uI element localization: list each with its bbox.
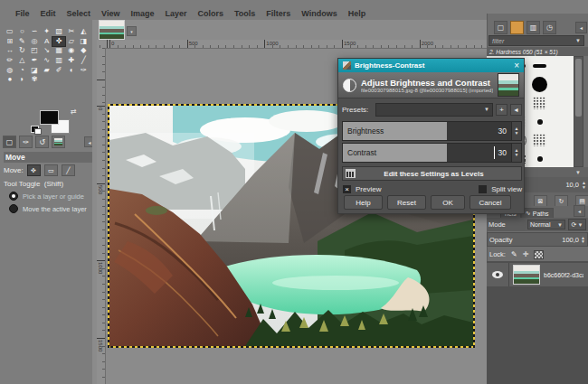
brush-thumbnail[interactable]	[550, 113, 571, 132]
image-tab-dropdown[interactable]: ▾	[127, 26, 137, 36]
menu-item[interactable]: Tools	[233, 7, 256, 20]
spacing-value[interactable]: 10,0	[565, 181, 579, 189]
radio-option[interactable]: Pick a layer or guide	[9, 192, 87, 201]
tool-icon[interactable]: ◪	[28, 65, 41, 75]
brush-scrollbar[interactable]	[574, 56, 583, 167]
tool-icon[interactable]: ◎	[28, 37, 41, 47]
brush-thumbnail[interactable]	[550, 76, 571, 95]
tool-icon[interactable]: ↻	[16, 46, 29, 56]
dialog-button[interactable]: Help	[344, 195, 383, 210]
tool-icon[interactable]: ✒	[28, 56, 41, 66]
spin-down-icon[interactable]: ▼	[581, 239, 585, 244]
tool-icon[interactable]: ◆	[78, 46, 90, 56]
tool-icon[interactable]: ◍	[4, 65, 16, 75]
brightness-slider-body[interactable]: Brightness 30	[343, 122, 511, 140]
tool-icon[interactable]: ◭	[78, 27, 90, 37]
move-selection-button[interactable]: ▭	[44, 164, 58, 176]
tool-icon[interactable]: ⊞	[4, 37, 16, 47]
tool-icon[interactable]: ◔	[16, 65, 29, 75]
menu-item[interactable]: Colors	[196, 7, 224, 20]
swap-colors-icon[interactable]: ⇄	[71, 108, 77, 116]
visibility-cell[interactable]	[487, 263, 509, 286]
menu-item[interactable]: Layer	[164, 7, 187, 20]
tool-icon[interactable]: ▱	[65, 37, 78, 47]
tool-icon[interactable]: ✚	[65, 56, 78, 66]
menu-item[interactable]: View	[100, 7, 120, 20]
menu-item[interactable]: Filters	[265, 7, 291, 20]
menu-item[interactable]: Select	[66, 7, 92, 20]
move-layer-button[interactable]: ✜	[27, 164, 41, 176]
mode-switch-button[interactable]: ⟳ ▼	[568, 219, 586, 230]
gradients-tab-icon[interactable]: ▥	[526, 21, 540, 34]
brush-thumbnail[interactable]	[550, 150, 571, 168]
image-tab-thumbnail[interactable]	[99, 20, 125, 40]
tool-icon[interactable]: ◰	[28, 46, 41, 56]
dialog-button[interactable]: OK	[431, 195, 465, 210]
tool-icon[interactable]: ○	[16, 27, 29, 37]
contrast-spinner[interactable]: ▲▼	[511, 144, 521, 162]
scrollbar-thumb[interactable]	[575, 59, 582, 117]
tool-icon[interactable]: A	[41, 37, 53, 47]
tool-icon[interactable]: ╱	[78, 56, 90, 66]
split-view-checkbox[interactable]	[478, 184, 488, 194]
brush-thumbnail[interactable]	[529, 131, 550, 150]
reset-colors-icon[interactable]	[31, 126, 39, 133]
brush-filter-input[interactable]: filter ▼	[488, 35, 584, 46]
tool-icon[interactable]: △	[16, 56, 29, 66]
images-tab-icon[interactable]	[52, 136, 65, 148]
brush-thumbnail[interactable]	[529, 94, 550, 113]
tool-icon[interactable]: ✾	[28, 75, 41, 85]
preset-options-button[interactable]: ◂	[510, 104, 522, 116]
brush-thumbnail[interactable]	[529, 57, 550, 76]
menu-item[interactable]: Image	[129, 7, 155, 20]
brush-thumbnail[interactable]	[529, 76, 550, 95]
preview-checkbox[interactable]: ×	[342, 184, 352, 194]
tool-icon[interactable]: ●	[4, 75, 16, 85]
lock-position-icon[interactable]: ✛	[523, 251, 529, 258]
document-history-tab-icon[interactable]: ◷	[543, 21, 556, 34]
add-preset-button[interactable]: +	[496, 104, 507, 116]
tool-icon[interactable]: ▥	[52, 56, 65, 66]
tool-icon[interactable]: ∿	[41, 56, 53, 66]
mode-select[interactable]: Normal ▼	[527, 220, 565, 229]
tool-icon[interactable]: ✎	[16, 37, 29, 47]
close-icon[interactable]: ×	[514, 61, 519, 70]
tool-icon[interactable]: ▰	[41, 65, 53, 75]
spin-down-icon[interactable]: ▼	[582, 185, 586, 190]
tool-icon[interactable]: ◉	[65, 46, 78, 56]
opacity-slider[interactable]: Opacity 100,0 ▲▼	[487, 232, 588, 247]
brightness-spinner[interactable]: ▲▼	[511, 122, 521, 140]
tool-icon[interactable]: ◖	[65, 65, 78, 75]
tool-icon[interactable]: ▭	[4, 27, 16, 37]
brush-thumbnail[interactable]	[529, 113, 550, 132]
tool-icon[interactable]: ✐	[52, 65, 65, 75]
tool-icon[interactable]: ✂	[65, 27, 78, 37]
undo-history-tab-icon[interactable]: ↺	[35, 136, 49, 148]
radio-option[interactable]: Move the active layer	[9, 204, 87, 213]
foreground-color-swatch[interactable]	[40, 110, 59, 125]
tool-icon[interactable]: ↔	[4, 46, 16, 56]
lock-alpha-icon[interactable]	[534, 250, 544, 259]
spinner-icons[interactable]: ▲▼	[582, 181, 586, 189]
layer-row[interactable]: b6c660f2-d3ca	[487, 263, 588, 286]
patterns-tab-icon[interactable]	[510, 21, 524, 34]
brush-thumbnail[interactable]	[550, 57, 571, 76]
tool-icon[interactable]: ∽	[28, 27, 41, 37]
dialog-button[interactable]: Cancel	[469, 195, 511, 210]
tool-icon[interactable]: ▦	[52, 46, 65, 56]
tool-icon[interactable]: ▧	[52, 27, 65, 37]
spin-down-icon[interactable]: ▼	[515, 131, 519, 136]
tool-icon[interactable]: ✏	[4, 56, 16, 66]
contrast-slider-body[interactable]: Contrast 30	[343, 144, 511, 162]
tool-icon[interactable]: ◗	[16, 75, 29, 85]
menu-item[interactable]: Windows	[300, 7, 337, 20]
device-status-tab-icon[interactable]: ✑	[19, 136, 33, 148]
move-path-button[interactable]: ╱	[62, 164, 75, 176]
spinner-icons[interactable]: ▲▼	[581, 236, 585, 244]
tab-paths[interactable]: ∿ Paths	[521, 208, 554, 218]
brushes-menu-button[interactable]: ◂	[575, 22, 587, 33]
brightness-value[interactable]: 30	[498, 126, 507, 136]
tool-icon[interactable]: ✜	[52, 37, 65, 47]
brush-thumbnail[interactable]	[550, 94, 571, 113]
brush-thumbnail[interactable]	[550, 131, 571, 150]
